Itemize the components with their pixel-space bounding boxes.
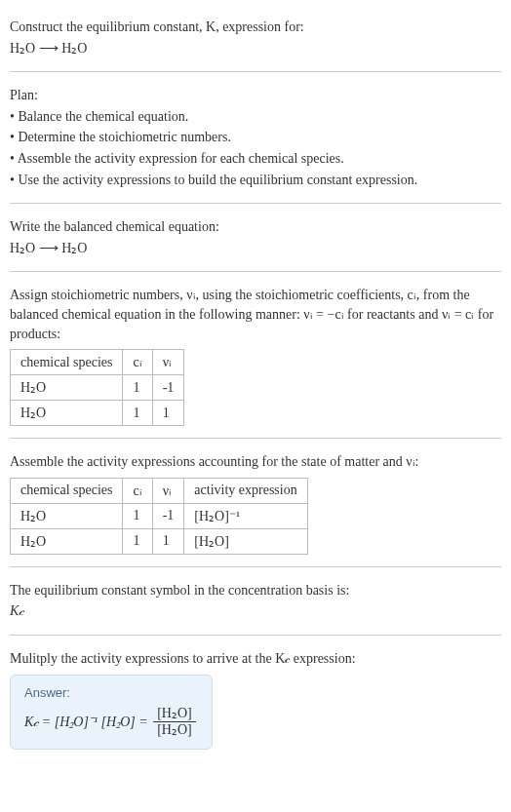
plan-section: Plan: • Balance the chemical equation. •… (10, 76, 501, 199)
cell: 1 (123, 375, 152, 401)
cell: H₂O (11, 528, 123, 554)
prompt-text: Construct the equilibrium constant, K, e… (10, 18, 501, 37)
stoich-table: chemical species cᵢ νᵢ H₂O 1 -1 H₂O 1 1 (10, 349, 184, 426)
col-header: νᵢ (152, 478, 184, 503)
balanced-section: Write the balanced chemical equation: H₂… (10, 208, 501, 267)
cell: 1 (152, 528, 184, 554)
divider (10, 203, 501, 204)
cell: 1 (123, 503, 152, 528)
intro-section: Construct the equilibrium constant, K, e… (10, 8, 501, 67)
symbol-heading: The equilibrium constant symbol in the c… (10, 581, 501, 600)
cell: -1 (152, 503, 184, 528)
multiply-section: Mulitply the activity expressions to arr… (10, 639, 501, 757)
cell: 1 (123, 528, 152, 554)
stoich-section: Assign stoichiometric numbers, νᵢ, using… (10, 276, 501, 434)
col-header: chemical species (11, 478, 123, 503)
divider (10, 438, 501, 439)
multiply-heading: Mulitply the activity expressions to arr… (10, 649, 501, 669)
fraction-numerator: [H₂O] (153, 706, 196, 723)
answer-lhs: K𝒸 = [H₂O]⁻¹ [H₂O] = (24, 714, 148, 728)
col-header: chemical species (11, 350, 123, 375)
cell: 1 (152, 401, 184, 426)
answer-fraction: [H₂O] [H₂O] (153, 706, 196, 740)
answer-box: Answer: K𝒸 = [H₂O]⁻¹ [H₂O] = [H₂O] [H₂O] (10, 675, 213, 751)
symbol-section: The equilibrium constant symbol in the c… (10, 571, 501, 631)
table-row: H₂O 1 1 [H₂O] (11, 528, 308, 554)
plan-item: • Balance the chemical equation. (10, 107, 501, 127)
plan-item: • Use the activity expressions to build … (10, 171, 501, 190)
cell: H₂O (11, 401, 123, 426)
table-row: H₂O 1 1 (11, 401, 184, 426)
plan-heading: Plan: (10, 86, 501, 105)
balanced-heading: Write the balanced chemical equation: (10, 217, 501, 237)
col-header: activity expression (184, 478, 307, 503)
activity-table: chemical species cᵢ νᵢ activity expressi… (10, 478, 308, 555)
cell: H₂O (11, 375, 123, 401)
col-header: cᵢ (123, 478, 152, 503)
balanced-equation: H₂O ⟶ H₂O (10, 239, 501, 258)
divider (10, 566, 501, 567)
intro-equation: H₂O ⟶ H₂O (10, 39, 501, 58)
activity-section: Assemble the activity expressions accoun… (10, 443, 501, 562)
cell: 1 (123, 401, 152, 426)
table-row: H₂O 1 -1 [H₂O]⁻¹ (11, 503, 308, 528)
stoich-heading: Assign stoichiometric numbers, νᵢ, using… (10, 286, 501, 343)
cell: [H₂O] (184, 528, 307, 554)
plan-item: • Determine the stoichiometric numbers. (10, 128, 501, 147)
prompt-line1: Construct the equilibrium constant, K, e… (10, 19, 304, 34)
cell: -1 (152, 375, 184, 401)
divider (10, 635, 501, 636)
symbol-value: K𝒸 (10, 601, 501, 621)
table-header-row: chemical species cᵢ νᵢ activity expressi… (11, 478, 308, 503)
fraction-denominator: [H₂O] (153, 722, 196, 739)
activity-heading: Assemble the activity expressions accoun… (10, 452, 501, 472)
table-header-row: chemical species cᵢ νᵢ (11, 350, 184, 375)
plan-item: • Assemble the activity expression for e… (10, 149, 501, 169)
table-row: H₂O 1 -1 (11, 375, 184, 401)
cell: H₂O (11, 503, 123, 528)
col-header: νᵢ (152, 350, 184, 375)
divider (10, 271, 501, 272)
answer-expression: K𝒸 = [H₂O]⁻¹ [H₂O] = [H₂O] [H₂O] (24, 706, 198, 740)
col-header: cᵢ (123, 350, 152, 375)
divider (10, 71, 501, 72)
cell: [H₂O]⁻¹ (184, 503, 307, 528)
answer-label: Answer: (24, 685, 198, 700)
